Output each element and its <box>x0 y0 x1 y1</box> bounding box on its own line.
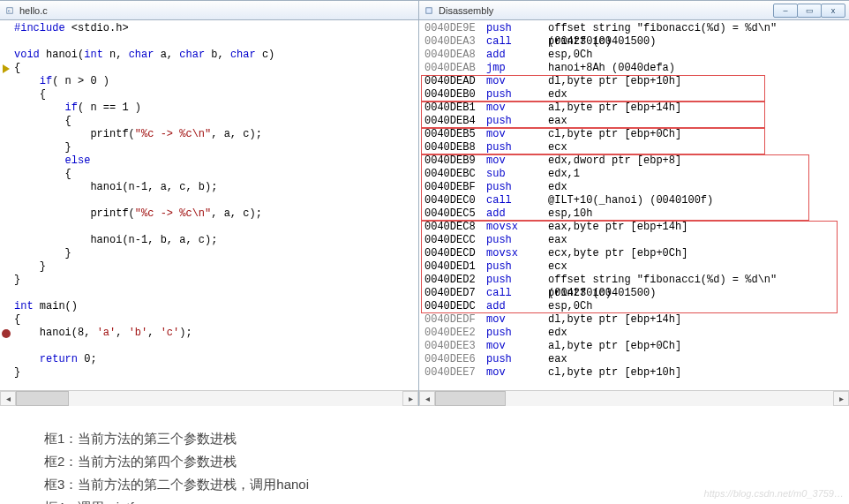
code-line[interactable]: printf("%c -> %c\n", a, c); <box>14 128 418 141</box>
code-line[interactable]: { <box>14 62 418 75</box>
asm-row[interactable]: 0040DEC5addesp,10h <box>424 207 844 221</box>
asm-row[interactable]: 0040DEC0call@ILT+10(_hanoi) (0040100f) <box>424 194 844 207</box>
code-line[interactable]: return 0; <box>14 353 418 366</box>
code-line[interactable]: } <box>14 247 418 260</box>
asm-row[interactable]: 0040DEB5movcl,byte ptr [ebp+0Ch] <box>424 128 844 141</box>
asm-row[interactable]: 0040DECCpusheax <box>424 234 844 247</box>
source-hscroll[interactable]: ◂ ▸ <box>0 390 418 406</box>
code-line[interactable]: } <box>14 366 418 380</box>
code-line[interactable]: { <box>14 313 418 327</box>
disassembly-view[interactable]: 0040DE9Epushoffset string "fibonacci(%d)… <box>419 20 849 390</box>
asm-row[interactable]: 0040DED7callprintf (00401500) <box>424 287 844 300</box>
asm-address: 0040DEAD <box>424 75 486 88</box>
asm-operand: eax <box>548 115 844 128</box>
asm-mnemonic: mov <box>486 154 548 168</box>
asm-address: 0040DEC5 <box>424 207 486 221</box>
asm-row[interactable]: 0040DEE2pushedx <box>424 327 844 340</box>
note-line: 框1：当前方法的第三个参数进栈 <box>44 427 849 450</box>
disassembly-pane: Disassembly – ▭ x 0040DE9Epushoffset str… <box>419 1 849 406</box>
close-button[interactable]: x <box>821 4 845 18</box>
asm-row[interactable]: 0040DED2pushoffset string "fibonacci(%d)… <box>424 274 844 287</box>
disasm-hscroll[interactable]: ◂ ▸ <box>419 390 849 406</box>
scroll-right-icon[interactable]: ▸ <box>833 391 849 406</box>
asm-row[interactable]: 0040DEBFpushedx <box>424 181 844 194</box>
code-line[interactable]: void hanoi(int n, char a, char b, char c… <box>14 49 418 62</box>
source-title: hello.c <box>19 5 415 16</box>
asm-address: 0040DEB1 <box>424 102 486 115</box>
minimize-button[interactable]: – <box>773 4 798 18</box>
asm-row[interactable]: 0040DEA3callprintf (00401500) <box>424 35 844 49</box>
asm-row[interactable]: 0040DE9Epushoffset string "fibonacci(%d)… <box>424 22 844 35</box>
code-line[interactable]: hanoi(8, 'a', 'b', 'c'); <box>14 327 418 340</box>
asm-operand: edx <box>548 327 844 340</box>
scroll-track[interactable] <box>435 391 833 406</box>
code-line[interactable]: { <box>14 88 418 102</box>
asm-operand: hanoi+8Ah (0040defa) <box>548 62 844 75</box>
asm-mnemonic: mov <box>486 75 548 88</box>
asm-row[interactable]: 0040DEABjmphanoi+8Ah (0040defa) <box>424 62 844 75</box>
scroll-thumb[interactable] <box>435 391 506 406</box>
asm-operand: eax <box>548 234 844 247</box>
disassembly-titlebar[interactable]: Disassembly – ▭ x <box>419 1 849 20</box>
asm-row[interactable]: 0040DEDCaddesp,0Ch <box>424 300 844 313</box>
code-line[interactable]: hanoi(n-1, a, c, b); <box>14 181 418 194</box>
asm-row[interactable]: 0040DEB1moval,byte ptr [ebp+14h] <box>424 102 844 115</box>
asm-operand: ecx,byte ptr [ebp+0Ch] <box>548 247 844 260</box>
asm-operand: ecx <box>548 141 844 154</box>
code-line[interactable] <box>14 287 418 300</box>
code-line[interactable]: } <box>14 274 418 287</box>
code-line[interactable] <box>14 35 418 49</box>
asm-mnemonic: push <box>486 234 548 247</box>
svg-rect-2 <box>426 7 432 12</box>
scroll-thumb[interactable] <box>16 391 69 406</box>
code-line[interactable]: } <box>14 141 418 154</box>
asm-row[interactable]: 0040DEE7movcl,byte ptr [ebp+10h] <box>424 366 844 380</box>
asm-address: 0040DED1 <box>424 260 486 274</box>
code-line[interactable]: printf("%c -> %c\n", a, c); <box>14 207 418 221</box>
scroll-left-icon[interactable]: ◂ <box>0 391 16 406</box>
asm-mnemonic: sub <box>486 168 548 181</box>
asm-row[interactable]: 0040DED1pushecx <box>424 260 844 274</box>
code-line[interactable]: hanoi(n-1, b, a, c); <box>14 234 418 247</box>
code-line[interactable] <box>14 221 418 234</box>
code-line[interactable] <box>14 194 418 207</box>
asm-row[interactable]: 0040DEB8pushecx <box>424 141 844 154</box>
asm-row[interactable]: 0040DEC8movsxeax,byte ptr [ebp+14h] <box>424 221 844 234</box>
asm-row[interactable]: 0040DEA8addesp,0Ch <box>424 49 844 62</box>
asm-row[interactable]: 0040DEB4pusheax <box>424 115 844 128</box>
asm-mnemonic: mov <box>486 366 548 380</box>
asm-operand: cl,byte ptr [ebp+10h] <box>548 366 844 380</box>
scroll-left-icon[interactable]: ◂ <box>419 391 435 406</box>
asm-row[interactable]: 0040DEB0pushedx <box>424 88 844 102</box>
source-titlebar[interactable]: c hello.c <box>0 1 418 20</box>
asm-mnemonic: push <box>486 115 548 128</box>
asm-mnemonic: call <box>486 35 548 49</box>
asm-operand: edx,dword ptr [ebp+8] <box>548 154 844 168</box>
code-line[interactable]: { <box>14 168 418 181</box>
code-line[interactable]: if( n > 0 ) <box>14 75 418 88</box>
asm-row[interactable]: 0040DEDFmovdl,byte ptr [ebp+14h] <box>424 313 844 327</box>
maximize-button[interactable]: ▭ <box>797 4 822 18</box>
asm-row[interactable]: 0040DEADmovdl,byte ptr [ebp+10h] <box>424 75 844 88</box>
svg-text:c: c <box>8 8 11 13</box>
scroll-track[interactable] <box>16 391 402 406</box>
code-line[interactable]: if( n == 1 ) <box>14 102 418 115</box>
code-line[interactable]: { <box>14 115 418 128</box>
asm-operand: al,byte ptr [ebp+14h] <box>548 102 844 115</box>
asm-address: 0040DEE7 <box>424 366 486 380</box>
code-line[interactable]: } <box>14 260 418 274</box>
asm-row[interactable]: 0040DECDmovsxecx,byte ptr [ebp+0Ch] <box>424 247 844 260</box>
code-line[interactable] <box>14 340 418 353</box>
source-code-view[interactable]: #include <stdio.h>void hanoi(int n, char… <box>0 20 418 390</box>
code-line[interactable]: int main() <box>14 300 418 313</box>
code-line[interactable]: #include <stdio.h> <box>14 22 418 35</box>
scroll-right-icon[interactable]: ▸ <box>402 391 418 406</box>
asm-row[interactable]: 0040DEE3moval,byte ptr [ebp+0Ch] <box>424 340 844 353</box>
asm-address: 0040DEE6 <box>424 353 486 366</box>
asm-address: 0040DEE3 <box>424 340 486 353</box>
asm-row[interactable]: 0040DEB9movedx,dword ptr [ebp+8] <box>424 154 844 168</box>
code-line[interactable]: else <box>14 154 418 168</box>
asm-address: 0040DEA8 <box>424 49 486 62</box>
asm-row[interactable]: 0040DEBCsubedx,1 <box>424 168 844 181</box>
asm-row[interactable]: 0040DEE6pusheax <box>424 353 844 366</box>
